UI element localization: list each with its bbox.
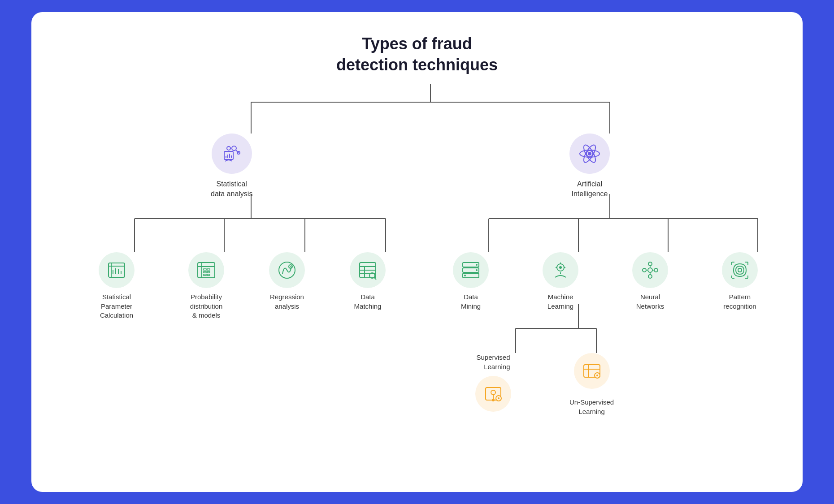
supervised-icon-circle — [475, 376, 511, 412]
svg-point-33 — [588, 152, 591, 155]
machine-learning-icon-circle — [543, 252, 578, 288]
data-mining-label: DataMining — [461, 293, 481, 311]
supervised-learning-node: SupervisedLearning — [475, 353, 511, 416]
data-matching-label: DataMatching — [354, 293, 382, 311]
stat-param-icon-circle — [99, 252, 135, 288]
stat-param-node: StatisticalParameterCalculation — [99, 252, 135, 320]
svg-point-75 — [643, 268, 646, 272]
prob-dist-icon-circle — [188, 252, 224, 288]
pattern-recognition-icon — [730, 260, 750, 280]
svg-point-67 — [559, 266, 562, 269]
neural-networks-node: NeuralNetworks — [632, 252, 668, 311]
svg-point-63 — [476, 264, 478, 266]
ai-label: ArtificialIntelligence — [572, 179, 608, 198]
svg-point-90 — [491, 390, 495, 395]
stat-param-icon — [107, 260, 126, 280]
regression-icon-circle — [269, 252, 305, 288]
pattern-recognition-label: Patternrecognition — [723, 293, 756, 311]
prob-dist-node: Probabilitydistribution& models — [188, 252, 224, 320]
unsupervised-icon — [582, 361, 602, 381]
svg-rect-44 — [204, 269, 206, 270]
svg-point-28 — [227, 146, 230, 150]
prob-dist-icon — [196, 260, 216, 280]
svg-point-73 — [648, 262, 652, 266]
ai-node: ArtificialIntelligence — [569, 134, 610, 198]
supervised-icon — [483, 384, 503, 404]
tree-diagram: Statisticaldata analysis ArtificialIntel… — [58, 80, 776, 465]
neural-networks-label: NeuralNetworks — [636, 293, 665, 311]
data-mining-node: DataMining — [453, 252, 489, 311]
unsupervised-learning-node: Un-SupervisedLearning — [569, 353, 614, 416]
data-matching-icon — [358, 260, 378, 280]
unsupervised-icon-circle — [574, 353, 610, 389]
main-card: Types of fraud detection techniques — [31, 12, 803, 492]
pattern-recognition-node: Patternrecognition — [722, 252, 758, 311]
data-matching-node: DataMatching — [350, 252, 386, 311]
svg-point-74 — [648, 275, 652, 278]
machine-learning-node: MachineLearning — [543, 252, 578, 311]
data-mining-icon-circle — [453, 252, 489, 288]
data-matching-icon-circle — [350, 252, 386, 288]
svg-point-72 — [648, 268, 652, 272]
page-title: Types of fraud detection techniques — [58, 34, 776, 76]
svg-rect-45 — [207, 269, 210, 270]
statistical-label: Statisticaldata analysis — [211, 179, 252, 198]
ai-icon-circle — [569, 134, 610, 174]
stat-param-label: StatisticalParameterCalculation — [100, 293, 133, 320]
svg-rect-48 — [204, 274, 206, 276]
unsupervised-label: Un-SupervisedLearning — [569, 398, 614, 416]
svg-rect-47 — [207, 271, 210, 273]
svg-point-76 — [654, 268, 658, 272]
svg-rect-46 — [204, 271, 206, 273]
statistical-icon-circle — [212, 134, 252, 174]
statistical-icon — [221, 142, 243, 165]
statistical-data-analysis-node: Statisticaldata analysis — [211, 134, 252, 198]
svg-point-94 — [498, 397, 500, 399]
tree-lines — [58, 80, 776, 465]
prob-dist-label: Probabilitydistribution& models — [190, 293, 223, 320]
neural-networks-icon-circle — [632, 252, 668, 288]
regression-node: Regressionanalysis — [269, 252, 305, 311]
regression-icon — [277, 260, 297, 280]
pattern-recognition-icon-circle — [722, 252, 758, 288]
ai-icon — [578, 142, 602, 166]
svg-point-20 — [232, 146, 236, 151]
data-mining-icon — [461, 260, 481, 280]
svg-point-64 — [476, 269, 478, 271]
svg-point-99 — [596, 375, 598, 376]
svg-rect-49 — [207, 274, 210, 276]
regression-label: Regressionanalysis — [270, 293, 304, 311]
supervised-label: SupervisedLearning — [476, 353, 510, 371]
machine-learning-label: MachineLearning — [547, 293, 573, 311]
svg-point-65 — [464, 275, 466, 276]
neural-networks-icon — [640, 260, 660, 280]
svg-point-91 — [492, 399, 495, 401]
machine-learning-icon — [551, 260, 570, 280]
